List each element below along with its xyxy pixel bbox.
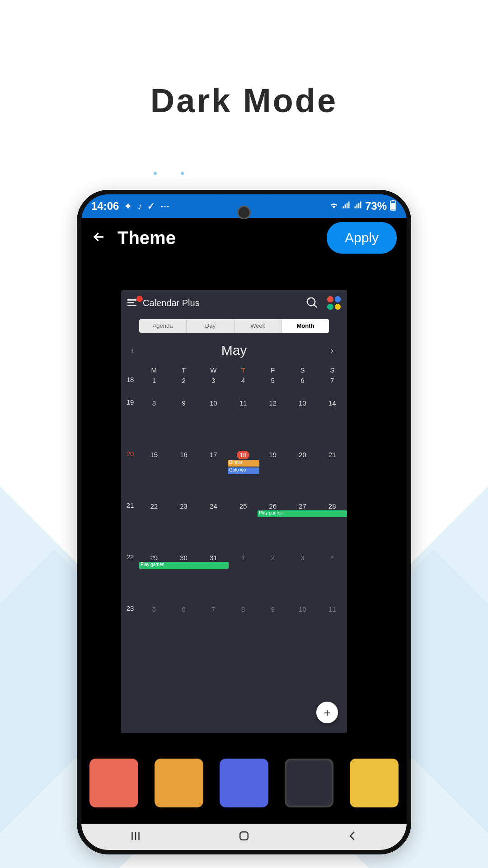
date-cell[interactable]: 31 xyxy=(198,553,228,561)
dow-f: F xyxy=(258,366,288,374)
week-row: 18 1 2 3 4 5 6 7 xyxy=(121,376,347,396)
page-title: Theme xyxy=(117,228,176,248)
next-month-icon[interactable]: › xyxy=(331,346,337,355)
date-cell-today[interactable]: 18 xyxy=(228,450,258,459)
month-nav: ‹ May › xyxy=(121,333,347,362)
back-icon[interactable] xyxy=(91,229,107,246)
date-cell[interactable]: 21 xyxy=(317,450,347,458)
week-row: 19 8 9 10 11 12 13 14 xyxy=(121,398,347,448)
status-battery-text: 73% xyxy=(365,200,387,212)
event-goto[interactable]: Goto wo xyxy=(228,467,259,474)
seg-week[interactable]: Week xyxy=(235,319,282,333)
apps-grid-icon[interactable] xyxy=(327,296,341,310)
date-cell[interactable]: 27 xyxy=(288,501,318,510)
date-cell[interactable]: 6 xyxy=(288,376,318,384)
date-cell[interactable]: 22 xyxy=(139,501,169,510)
wifi-icon xyxy=(329,200,339,212)
date-cell[interactable]: 7 xyxy=(317,376,347,384)
date-cell[interactable]: 12 xyxy=(258,398,288,407)
date-cell[interactable]: 23 xyxy=(169,501,199,510)
phone-frame: 14:06 ✦ ♪ ✓ ⋯ 73% xyxy=(77,190,411,854)
date-cell[interactable]: 14 xyxy=(317,398,347,407)
date-cell[interactable]: 4 xyxy=(228,376,258,384)
day-headers-row: M T W T F S S xyxy=(121,366,347,374)
date-cell[interactable]: 9 xyxy=(258,604,288,613)
dow-w: W xyxy=(198,366,228,374)
signal-2-icon xyxy=(353,201,362,212)
event-play-games-1[interactable]: Play games xyxy=(258,510,347,517)
apply-button[interactable]: Apply xyxy=(327,222,397,254)
date-cell[interactable]: 13 xyxy=(288,398,318,407)
date-cell[interactable]: 5 xyxy=(258,376,288,384)
date-cell[interactable]: 30 xyxy=(169,553,199,561)
add-event-fab[interactable]: + xyxy=(316,702,338,723)
recents-icon[interactable] xyxy=(129,829,142,844)
date-cell[interactable]: 10 xyxy=(288,604,318,613)
date-cell[interactable]: 3 xyxy=(198,376,228,384)
theme-swatch-red[interactable] xyxy=(89,759,138,807)
dow-s2: S xyxy=(317,366,347,374)
seg-day[interactable]: Day xyxy=(187,319,234,333)
search-icon[interactable] xyxy=(305,296,319,310)
event-play-games-2[interactable]: Play games xyxy=(139,562,229,569)
date-cell[interactable]: 8 xyxy=(139,398,169,407)
week-number: 18 xyxy=(121,376,139,383)
date-cell[interactable]: 19 xyxy=(258,450,288,458)
date-cell[interactable]: 24 xyxy=(198,501,228,510)
week-number: 21 xyxy=(121,501,139,509)
theme-swatch-blue[interactable] xyxy=(220,759,268,807)
date-cell[interactable]: 2 xyxy=(258,553,288,561)
date-cell[interactable]: 7 xyxy=(198,604,228,613)
date-cell[interactable]: 15 xyxy=(139,450,169,458)
date-cell[interactable]: 9 xyxy=(169,398,199,407)
date-cell[interactable]: 11 xyxy=(228,398,258,407)
date-cell[interactable]: 25 xyxy=(228,501,258,510)
dow-t2: T xyxy=(228,366,258,374)
date-cell[interactable]: 11 xyxy=(317,604,347,613)
date-cell[interactable]: 26 xyxy=(258,501,288,510)
status-bird-icon: ✓ xyxy=(147,201,155,212)
date-cell[interactable]: 4 xyxy=(317,553,347,561)
week-number: 19 xyxy=(121,398,139,406)
notification-dot-icon xyxy=(136,296,143,302)
theme-swatch-orange[interactable] xyxy=(155,759,203,807)
date-cell[interactable]: 28 xyxy=(317,501,347,510)
seg-month[interactable]: Month xyxy=(282,319,329,333)
date-cell[interactable]: 6 xyxy=(169,604,199,613)
week-row: 22 29 30 31 1 2 3 4 Play games xyxy=(121,553,347,603)
event-dinner[interactable]: Dinner xyxy=(228,460,259,467)
signal-icon xyxy=(342,201,351,212)
back-nav-icon[interactable] xyxy=(346,829,359,844)
hamburger-icon[interactable] xyxy=(127,297,138,308)
svg-rect-11 xyxy=(240,832,248,840)
dow-t1: T xyxy=(169,366,199,374)
date-cell[interactable]: 3 xyxy=(288,553,318,561)
status-time: 14:06 xyxy=(91,200,119,212)
promo-title: Dark Mode xyxy=(0,81,488,120)
date-cell[interactable]: 5 xyxy=(139,604,169,613)
date-cell[interactable]: 16 xyxy=(169,450,199,458)
home-icon[interactable] xyxy=(237,829,251,844)
dow-s1: S xyxy=(288,366,318,374)
theme-swatch-dark[interactable] xyxy=(285,759,333,807)
app-screen: Theme Apply Calendar Plus xyxy=(81,218,407,824)
date-cell[interactable]: 2 xyxy=(169,376,199,384)
date-cell[interactable]: 29 xyxy=(139,553,169,561)
svg-rect-4 xyxy=(127,302,134,303)
date-cell[interactable]: 20 xyxy=(288,450,318,458)
app-header: Theme Apply xyxy=(81,218,407,258)
svg-rect-2 xyxy=(391,203,395,209)
seg-agenda[interactable]: Agenda xyxy=(139,319,187,333)
prev-month-icon[interactable]: ‹ xyxy=(131,346,137,355)
theme-swatch-yellow[interactable] xyxy=(350,759,399,807)
week-row: 20 15 16 17 18 19 20 21 Dinner Goto wo xyxy=(121,450,347,500)
date-cell[interactable]: 1 xyxy=(228,553,258,561)
view-segments: Agenda Day Week Month xyxy=(139,319,329,333)
date-cell[interactable]: 10 xyxy=(198,398,228,407)
date-cell[interactable]: 8 xyxy=(228,604,258,613)
date-cell[interactable]: 1 xyxy=(139,376,169,384)
date-cell[interactable]: 17 xyxy=(198,450,228,458)
week-number: 23 xyxy=(121,604,139,612)
month-name: May xyxy=(221,343,247,358)
week-number: 22 xyxy=(121,553,139,561)
